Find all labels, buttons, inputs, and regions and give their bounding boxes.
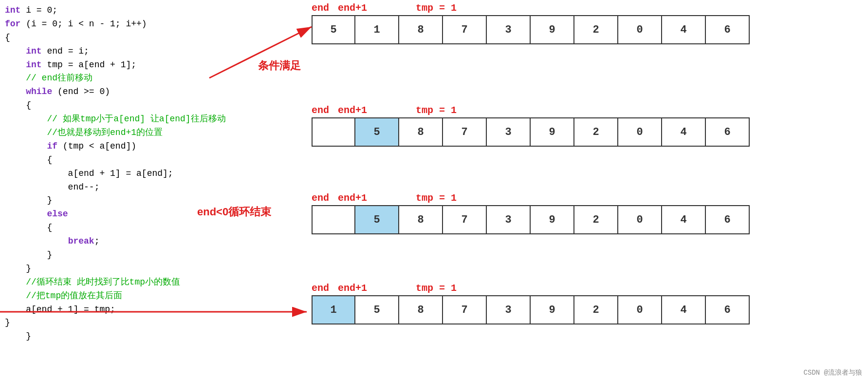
arr3-cell-4: 3 — [487, 205, 531, 234]
condition-label-2: end<0循环结束 — [197, 205, 271, 219]
code-line-19: } — [5, 248, 268, 262]
arr2-cell-4: 3 — [487, 117, 531, 147]
arr2-cell-1: 5 — [355, 117, 399, 147]
arr4-cell-7: 0 — [618, 295, 662, 324]
code-line-2: for (i = 0; i < n - 1; i++) — [5, 18, 268, 31]
arr4-cell-6: 2 — [574, 295, 618, 324]
arr4-cell-1: 5 — [355, 295, 399, 324]
array-2-block: end end+1 tmp = 1 5 8 7 3 9 2 0 4 6 — [312, 105, 750, 147]
arr3-label-tmp: tmp = 1 — [416, 192, 457, 204]
arr4-cells: 1 5 8 7 3 9 2 0 4 6 — [312, 295, 750, 324]
arr2-cell-5: 9 — [531, 117, 574, 147]
arr1-cell-1: 1 — [355, 15, 399, 44]
code-line-3: { — [5, 31, 268, 45]
arr3-label-endp1: end+1 — [338, 192, 367, 204]
arr2-cell-0 — [312, 117, 355, 147]
code-line-11: if (tmp < a[end]) — [5, 140, 268, 153]
arr3-cell-0 — [312, 205, 355, 234]
arr2-cell-9: 6 — [706, 117, 750, 147]
arr1-cell-6: 2 — [574, 15, 618, 44]
code-line-24: } — [5, 316, 268, 330]
arr2-cells: 5 8 7 3 9 2 0 4 6 — [312, 117, 750, 147]
code-section: int i = 0; for (i = 0; i < n - 1; i++) {… — [0, 0, 273, 381]
arr3-cell-8: 4 — [662, 205, 706, 234]
arr2-cell-2: 8 — [399, 117, 443, 147]
code-line-17: { — [5, 221, 268, 235]
arr1-cell-9: 6 — [706, 15, 750, 44]
arr4-label-tmp: tmp = 1 — [416, 283, 457, 294]
code-line-18: break; — [5, 235, 268, 248]
arr1-cell-7: 0 — [618, 15, 662, 44]
arrays-section: end end+1 tmp = 1 5 1 8 7 3 9 2 0 4 6 en… — [282, 0, 857, 381]
arr3-cells: 5 8 7 3 9 2 0 4 6 — [312, 205, 750, 234]
condition-label-1: 条件满足 — [258, 58, 301, 73]
arr4-cell-4: 3 — [487, 295, 531, 324]
arr3-cell-1: 5 — [355, 205, 399, 234]
arr2-cell-8: 4 — [662, 117, 706, 147]
code-line-9: // 如果tmp小于a[end] 让a[end]往后移动 — [5, 113, 268, 126]
code-line-12: { — [5, 153, 268, 167]
code-line-20: } — [5, 262, 268, 276]
arr1-label-end: end — [312, 2, 329, 14]
arr2-label-endp1: end+1 — [338, 105, 367, 116]
arr1-cell-5: 9 — [531, 15, 574, 44]
arr1-label-tmp: tmp = 1 — [416, 2, 457, 14]
arr1-cell-3: 7 — [443, 15, 487, 44]
code-line-7: while (end >= 0) — [5, 85, 268, 99]
arr3-cell-3: 7 — [443, 205, 487, 234]
arr1-cell-4: 3 — [487, 15, 531, 44]
arr3-label-end: end — [312, 192, 329, 204]
watermark: CSDN @流浪者与狼 — [804, 368, 862, 377]
code-line-23: a[end + 1] = tmp; — [5, 303, 268, 317]
array-1-block: end end+1 tmp = 1 5 1 8 7 3 9 2 0 4 6 — [312, 2, 750, 44]
arr3-cell-2: 8 — [399, 205, 443, 234]
arr2-label-end: end — [312, 105, 329, 116]
array-4-block: end end+1 tmp = 1 1 5 8 7 3 9 2 0 4 6 — [312, 283, 750, 324]
arr3-cell-6: 2 — [574, 205, 618, 234]
arr2-label-tmp: tmp = 1 — [416, 105, 457, 116]
arr1-cells: 5 1 8 7 3 9 2 0 4 6 — [312, 15, 750, 44]
arr2-cell-6: 2 — [574, 117, 618, 147]
arr2-cell-7: 0 — [618, 117, 662, 147]
arr2-cell-3: 7 — [443, 117, 487, 147]
code-line-5: int tmp = a[end + 1]; — [5, 58, 268, 72]
code-line-13: a[end + 1] = a[end]; — [5, 167, 268, 181]
arr4-cell-9: 6 — [706, 295, 750, 324]
code-line-22: //把tmp的值放在其后面 — [5, 289, 268, 303]
arr4-cell-8: 4 — [662, 295, 706, 324]
arr1-label-endp1: end+1 — [338, 2, 367, 14]
arr3-cell-7: 0 — [618, 205, 662, 234]
arr4-cell-2: 8 — [399, 295, 443, 324]
arr3-cell-9: 6 — [706, 205, 750, 234]
arr1-cell-8: 4 — [662, 15, 706, 44]
arr4-label-endp1: end+1 — [338, 283, 367, 294]
code-line-1: int i = 0; — [5, 4, 268, 18]
arr4-label-end: end — [312, 283, 329, 294]
code-line-8: { — [5, 99, 268, 113]
code-line-25: } — [5, 330, 268, 343]
arr1-cell-0: 5 — [312, 15, 355, 44]
arr1-cell-2: 8 — [399, 15, 443, 44]
array-3-block: end end+1 tmp = 1 5 8 7 3 9 2 0 4 6 — [312, 192, 750, 234]
code-line-10: //也就是移动到end+1的位置 — [5, 126, 268, 140]
arr4-cell-3: 7 — [443, 295, 487, 324]
arr4-cell-5: 9 — [531, 295, 574, 324]
code-line-4: int end = i; — [5, 45, 268, 58]
code-line-14: end--; — [5, 181, 268, 194]
code-line-21: //循环结束 此时找到了比tmp小的数值 — [5, 276, 268, 289]
arr4-cell-0: 1 — [312, 295, 355, 324]
arr3-cell-5: 9 — [531, 205, 574, 234]
code-line-6: // end往前移动 — [5, 72, 268, 85]
